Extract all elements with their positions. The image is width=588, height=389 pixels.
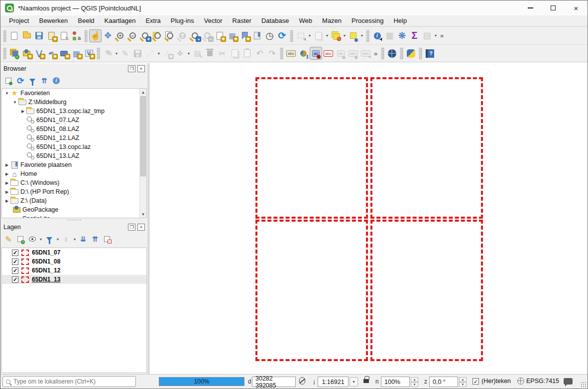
tree-item-z-drive[interactable]: ▶Z:\ (Data) xyxy=(2,196,139,205)
collapse-all-button[interactable]: ⇈ xyxy=(89,233,101,245)
filter-legend-dropdown[interactable]: ▼ xyxy=(55,233,60,246)
new-geopackage-layer-button[interactable]: ✱ xyxy=(20,47,33,60)
render-toggle[interactable]: ✓ (Her)teken xyxy=(472,378,511,385)
expander-closed-icon[interactable]: ▶ xyxy=(20,109,26,114)
rotation-spin-buttons[interactable]: ▲▼ xyxy=(459,377,467,387)
layer-checkbox[interactable]: ✓ xyxy=(12,250,18,256)
deselect-all-layers-button[interactable]: ⊘ xyxy=(330,29,342,42)
minimize-button[interactable] xyxy=(519,0,542,15)
menu-web[interactable]: Web xyxy=(295,16,317,25)
layer-checkbox[interactable]: ✓ xyxy=(12,276,18,283)
toolbar2-overflow-button[interactable]: » xyxy=(372,50,379,57)
expander-closed-icon[interactable]: ▶ xyxy=(4,172,10,176)
select-by-form-dropdown[interactable]: ▼ xyxy=(325,29,330,42)
python-console-button[interactable] xyxy=(405,47,417,60)
tree-item-d-drive[interactable]: ▶D:\ (HP Port Rep) xyxy=(2,187,139,196)
layer-labeling-options-button[interactable]: abc xyxy=(285,47,297,60)
new-virtual-layer-button[interactable]: V✱ xyxy=(83,47,95,60)
expression-dropdown[interactable]: ▼ xyxy=(72,233,77,246)
render-checkbox[interactable]: ✓ xyxy=(472,378,479,385)
toolbar-grip[interactable] xyxy=(280,47,283,59)
zoom-to-selection-button[interactable] xyxy=(151,29,164,42)
tree-item-laz-13[interactable]: 65DN1_13.LAZ xyxy=(2,151,139,160)
browser-properties-button[interactable]: i xyxy=(50,75,62,87)
magnifier-spin-buttons[interactable]: ▲▼ xyxy=(411,377,418,387)
toolbar1-overflow-button[interactable]: » xyxy=(438,32,446,39)
new-temporary-scratch-layer-button[interactable]: ✱ xyxy=(58,47,70,60)
expander-open-icon[interactable]: ▼ xyxy=(12,100,18,105)
spin-down-icon[interactable]: ▼ xyxy=(411,382,418,387)
lock-scale-button[interactable] xyxy=(363,376,369,383)
select-features-dropdown[interactable]: ▼ xyxy=(307,29,312,42)
scroll-thumb[interactable] xyxy=(140,96,146,176)
expand-all-button[interactable]: ⇊ xyxy=(77,233,89,245)
menu-project[interactable]: Project xyxy=(4,16,33,25)
visibility-dropdown[interactable]: ▼ xyxy=(38,233,43,246)
locator-input[interactable] xyxy=(13,378,132,385)
scale-dropdown-icon[interactable]: ▼ xyxy=(350,377,358,387)
add-selected-layers-button[interactable] xyxy=(2,75,14,87)
menu-database[interactable]: Database xyxy=(257,16,294,25)
scroll-down-icon[interactable]: ▼ xyxy=(140,211,146,218)
vertex-tool-dropdown[interactable]: ▼ xyxy=(186,47,191,60)
tree-item-middelburg[interactable]: ▼Z:\Middelburg xyxy=(2,98,139,107)
processing-toolbox-button[interactable]: ❋ xyxy=(396,29,408,42)
tree-item-laz-08[interactable]: 65DN1_08.LAZ xyxy=(2,125,139,133)
messages-button[interactable] xyxy=(564,378,573,385)
current-edits-dropdown[interactable]: ▼ xyxy=(114,47,119,60)
refresh-map-button[interactable]: ⟳ xyxy=(276,29,288,42)
deselect-dropdown[interactable]: ▼ xyxy=(342,29,347,42)
toolbar-grip[interactable] xyxy=(84,30,88,42)
rotation-spinbox[interactable]: 0,0 ° ▲▼ xyxy=(429,377,467,387)
pan-to-selection-button[interactable]: ✥ xyxy=(102,29,114,42)
tree-item-home[interactable]: ▶⌂Home xyxy=(2,169,139,178)
zoom-last-button[interactable]: ◂ xyxy=(189,29,201,42)
browser-float-button[interactable]: ❒ xyxy=(128,65,135,72)
expander-closed-icon[interactable]: ▶ xyxy=(4,163,10,167)
remove-layer-button[interactable]: − xyxy=(101,233,113,245)
tree-item-spatialite[interactable]: ✒SpatiaLite xyxy=(2,214,139,218)
browser-refresh-button[interactable]: ⟳ xyxy=(14,75,26,87)
menu-plugins[interactable]: Plug-ins xyxy=(166,16,199,25)
scroll-up-icon[interactable]: ▲ xyxy=(140,89,146,96)
new-map-view-button[interactable]: ✱ xyxy=(214,29,226,42)
pan-map-button[interactable]: ☝ xyxy=(89,29,102,42)
add-group-button[interactable]: + xyxy=(14,233,26,245)
locator-search[interactable] xyxy=(2,376,136,387)
statistical-summary-button[interactable]: Σ xyxy=(408,29,421,42)
menu-processing[interactable]: Processing xyxy=(347,16,388,25)
menu-kaartlagen[interactable]: Kaartlagen xyxy=(100,16,140,25)
highlight-pinned-labels-button[interactable]: ab xyxy=(310,47,322,60)
menu-vector[interactable]: Vector xyxy=(200,16,227,25)
layers-close-button[interactable]: × xyxy=(137,224,145,231)
tree-item-laz-07[interactable]: 65DN1_07.LAZ xyxy=(2,116,139,125)
close-button[interactable]: × xyxy=(565,0,588,15)
open-layer-styling-button[interactable]: ✎ xyxy=(2,233,14,245)
new-print-layout-button[interactable]: ✱ xyxy=(45,29,58,42)
tree-item-copc-laz[interactable]: 65DN1_13.copc.laz xyxy=(2,142,139,151)
tree-item-favorieten[interactable]: ▼★Favorieten xyxy=(2,89,139,98)
select-by-value-dropdown[interactable]: ▼ xyxy=(359,29,364,42)
menu-extra[interactable]: Extra xyxy=(141,16,165,25)
menu-bewerken[interactable]: Bewerken xyxy=(34,16,72,25)
browser-close-button[interactable]: × xyxy=(137,65,145,72)
maximize-button[interactable] xyxy=(542,0,565,15)
resize-grip[interactable] xyxy=(581,382,587,388)
show-spatial-bookmarks-button[interactable] xyxy=(251,29,263,42)
menu-raster[interactable]: Raster xyxy=(228,16,256,25)
layer-diagram-options-button[interactable] xyxy=(297,47,310,60)
filter-legend-button[interactable] xyxy=(43,233,55,245)
layer-row-65dn1-07[interactable]: ✓ 65DN1_07 xyxy=(2,248,146,257)
toolbar-grip[interactable] xyxy=(290,30,293,42)
toolbar-grip[interactable] xyxy=(3,47,6,59)
expander-open-icon[interactable]: ▼ xyxy=(4,91,10,96)
tree-item-copc-tmp[interactable]: ▶65DN1_13.copc.laz_tmp xyxy=(2,107,139,116)
toolbar-grip[interactable] xyxy=(400,47,403,59)
toolbar-grip[interactable] xyxy=(366,30,369,42)
new-spatial-bookmark-button[interactable]: ✱ xyxy=(238,29,251,42)
layer-list-dropdown[interactable]: ▼ xyxy=(433,29,438,42)
zoom-full-extent-button[interactable]: ✥ xyxy=(139,29,151,42)
tree-item-favoriete-plaatsen[interactable]: ▶Favoriete plaatsen xyxy=(2,160,139,169)
magnifier-spinbox[interactable]: 100% ▲▼ xyxy=(381,377,418,387)
metasearch-button[interactable] xyxy=(386,47,398,60)
